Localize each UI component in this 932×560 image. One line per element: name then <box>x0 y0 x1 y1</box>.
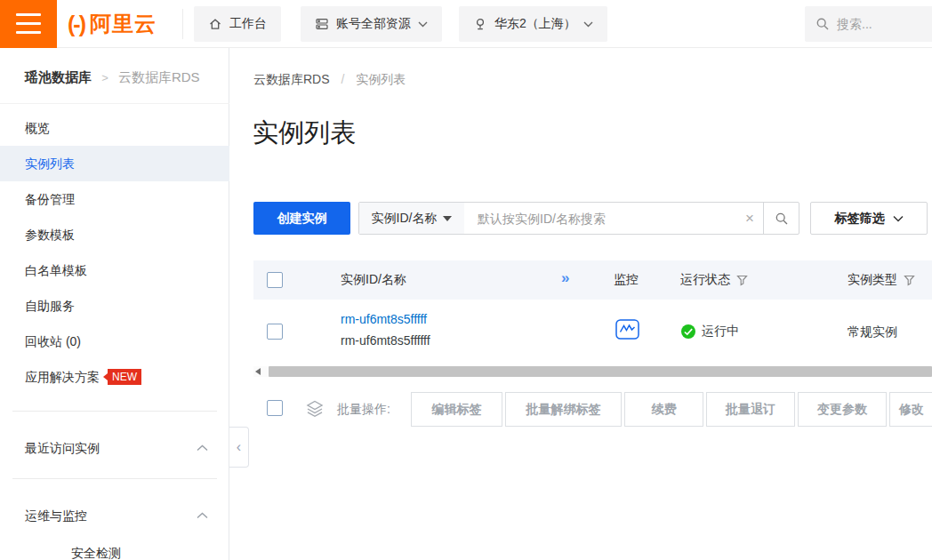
chevron-left-icon: ‹ <box>237 439 241 455</box>
column-header-status: 运行状态 <box>680 272 748 288</box>
column-header-monitor: 监控 <box>614 272 639 288</box>
search-category-dropdown[interactable]: 实例ID/名称 <box>359 203 464 234</box>
global-search <box>805 6 932 42</box>
sidebar-item-backup[interactable]: 备份管理 <box>0 181 229 217</box>
breadcrumb-root[interactable]: 云数据库RDS <box>253 72 330 86</box>
topbar: (-) 阿里云 工作台 账号全部资源 华东2（上海） <box>0 0 932 48</box>
page-title: 实例列表 <box>253 116 356 151</box>
select-all-checkbox[interactable] <box>267 272 283 288</box>
batch-select-checkbox[interactable] <box>267 400 283 416</box>
batch-unbind-tags-button[interactable]: 批量解绑标签 <box>505 392 622 427</box>
caret-down-icon <box>443 216 452 221</box>
sidebar-product-header: 瑶池数据库 > 云数据库RDS <box>25 69 200 86</box>
workbench-label: 工作台 <box>229 16 267 32</box>
aliyun-rds-console: (-) 阿里云 工作台 账号全部资源 华东2（上海） 瑶池数据库 > 云数据库R <box>0 0 932 560</box>
instance-name: rm-uf6mt8s5ffffff <box>341 333 430 348</box>
sidebar-divider <box>12 478 217 479</box>
table-header: 实例ID/名称 » 监控 运行状态 实例类型 <box>253 260 932 300</box>
sidebar-item-solutions[interactable]: 应用解决方案NEW <box>0 359 229 395</box>
breadcrumb: 云数据库RDS / 实例列表 <box>253 72 406 88</box>
resources-icon <box>315 17 329 31</box>
sidebar-product-link[interactable]: 瑶池数据库 <box>25 69 92 84</box>
batch-operations-label: 批量操作: <box>337 402 390 418</box>
scrollbar-thumb[interactable] <box>269 366 932 377</box>
create-instance-button[interactable]: 创建实例 <box>253 202 350 235</box>
batch-renew-button[interactable]: 续费 <box>624 392 703 427</box>
sidebar-header-divider <box>0 103 229 104</box>
aliyun-logo[interactable]: (-) 阿里云 <box>68 10 157 38</box>
column-header-type: 实例类型 <box>848 272 915 288</box>
chevron-down-icon <box>893 215 904 222</box>
search-icon <box>775 212 789 226</box>
chevron-up-icon <box>197 512 208 519</box>
sidebar: 瑶池数据库 > 云数据库RDS 概览 实例列表 备份管理 参数模板 白名单模板 … <box>0 48 229 560</box>
chevron-up-icon <box>197 444 208 452</box>
sidebar-subproduct-link[interactable]: 云数据库RDS <box>118 69 200 84</box>
sidebar-divider <box>12 411 217 412</box>
search-icon <box>816 17 830 31</box>
new-badge: NEW <box>108 369 141 385</box>
batch-layers-icon <box>305 399 325 422</box>
aliyun-logo-icon: (-) <box>68 12 84 37</box>
scroll-left-arrow-icon[interactable] <box>255 368 261 375</box>
resource-scope-selector[interactable]: 账号全部资源 <box>301 6 442 42</box>
region-selector[interactable]: 华东2（上海） <box>459 6 607 42</box>
global-search-input[interactable] <box>837 17 917 31</box>
home-icon <box>208 17 222 31</box>
monitoring-chart-button[interactable] <box>615 319 639 342</box>
batch-modify-button[interactable]: 修改 <box>889 392 932 427</box>
tag-filter-button[interactable]: 标签筛选 <box>810 202 928 235</box>
monitor-chart-icon <box>615 319 639 340</box>
location-pin-icon <box>473 17 487 31</box>
sidebar-item-parameter-template[interactable]: 参数模板 <box>0 217 229 252</box>
breadcrumb-current: 实例列表 <box>356 72 406 86</box>
expand-columns-icon[interactable]: » <box>561 269 568 287</box>
tag-filter-label: 标签筛选 <box>835 211 885 227</box>
search-category-label: 实例ID/名称 <box>372 211 438 227</box>
search-submit-button[interactable] <box>763 203 799 234</box>
sidebar-item-security-check[interactable]: 安全检测 <box>0 535 229 560</box>
column-header-instance-id: 实例ID/名称 <box>341 272 406 288</box>
sidebar-item-self-service[interactable]: 自助服务 <box>0 288 229 324</box>
chevron-down-icon <box>418 21 428 28</box>
row-checkbox[interactable] <box>267 324 283 340</box>
chevron-down-icon <box>583 21 593 28</box>
breadcrumb-separator: > <box>101 71 108 84</box>
sidebar-item-instance-list[interactable]: 实例列表 <box>0 146 229 181</box>
resource-scope-label: 账号全部资源 <box>336 16 411 32</box>
batch-edit-tags-button[interactable]: 编辑标签 <box>411 392 502 427</box>
sidebar-group-recent-instances[interactable]: 最近访问实例 <box>0 428 229 468</box>
sidebar-item-overview[interactable]: 概览 <box>0 110 229 146</box>
clear-search-icon[interactable]: × <box>736 203 763 234</box>
filter-funnel-icon[interactable] <box>736 275 748 286</box>
sidebar-item-whitelist-template[interactable]: 白名单模板 <box>0 252 229 288</box>
table-row: rm-uf6mt8s5fffff rm-uf6mt8s5ffffff 运行中 常… <box>253 300 932 365</box>
sidebar-item-recycle-bin[interactable]: 回收站 (0) <box>0 324 229 359</box>
status-running-icon <box>681 324 695 339</box>
batch-unsubscribe-button[interactable]: 批量退订 <box>706 392 795 427</box>
status-badge: 运行中 <box>681 324 739 340</box>
sidebar-group-ops-monitoring[interactable]: 运维与监控 <box>0 496 229 535</box>
instance-id-link[interactable]: rm-uf6mt8s5fffff <box>341 312 427 326</box>
region-label: 华东2（上海） <box>494 16 576 32</box>
workbench-button[interactable]: 工作台 <box>194 6 281 42</box>
instance-search-bar: 实例ID/名称 × <box>358 202 799 235</box>
breadcrumb-separator: / <box>341 72 344 86</box>
instance-search-input[interactable] <box>464 203 736 234</box>
filter-funnel-icon[interactable] <box>904 275 915 286</box>
horizontal-scrollbar[interactable] <box>253 366 932 377</box>
status-text: 运行中 <box>702 324 739 340</box>
sidebar-collapse-handle[interactable]: ‹ <box>229 427 249 468</box>
aliyun-logo-text: 阿里云 <box>90 10 157 38</box>
batch-change-params-button[interactable]: 变更参数 <box>798 392 887 427</box>
topbar-divider <box>182 9 183 39</box>
hamburger-menu-button[interactable] <box>0 0 57 48</box>
instance-type: 常规实例 <box>848 324 897 340</box>
